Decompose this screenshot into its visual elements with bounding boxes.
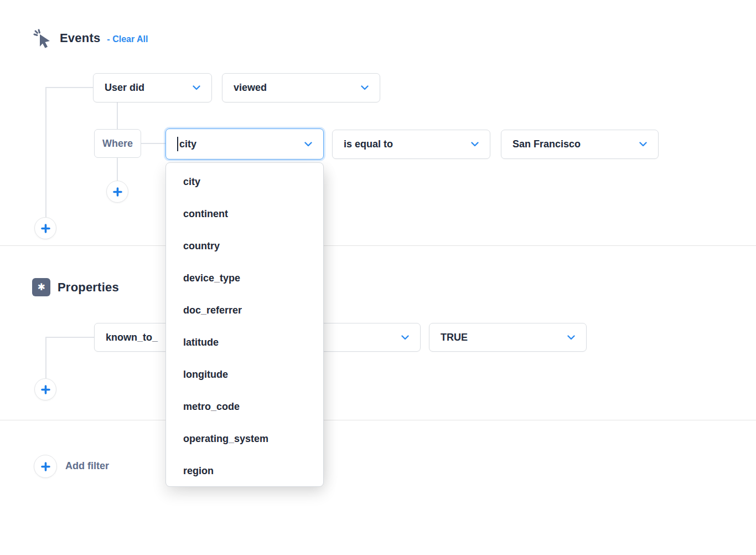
event-name-dropdown[interactable]: viewed [222, 73, 380, 102]
dropdown-option-label: region [183, 465, 214, 477]
dropdown-option-label: country [183, 240, 220, 252]
event-name-label: viewed [234, 82, 267, 94]
section-divider [0, 245, 756, 246]
properties-section-title: Properties [58, 280, 119, 295]
event-property-combobox[interactable]: city [165, 129, 324, 160]
user-did-dropdown[interactable]: User did [93, 73, 212, 102]
connector-line [45, 87, 93, 88]
add-condition-button[interactable] [106, 181, 128, 203]
dropdown-option[interactable]: region [166, 455, 323, 487]
dropdown-option-label: continent [183, 208, 228, 220]
add-filter-button[interactable] [34, 455, 57, 478]
value-dropdown[interactable]: San Francisco [501, 130, 659, 159]
value-label: San Francisco [512, 138, 581, 150]
dropdown-option[interactable]: continent [166, 198, 323, 230]
plus-icon [41, 224, 50, 233]
property-value-label: TRUE [441, 332, 468, 343]
dropdown-option[interactable]: country [166, 230, 323, 262]
chevron-down-icon [471, 142, 479, 147]
connector-line [45, 337, 94, 338]
section-divider [0, 420, 756, 420]
where-label-box: Where [94, 129, 141, 158]
segment-filter-builder: Events - Clear All User did viewed Where… [0, 0, 756, 555]
dropdown-option-label: operating_system [183, 433, 268, 445]
operator-dropdown[interactable]: is equal to [332, 130, 490, 159]
plus-icon [113, 187, 122, 197]
plus-icon [41, 385, 50, 394]
dropdown-option[interactable]: latitude [166, 326, 323, 358]
events-header: Events - Clear All [31, 27, 148, 50]
user-did-label: User did [105, 82, 144, 94]
add-event-button[interactable] [34, 217, 56, 239]
add-filter-label[interactable]: Add filter [65, 460, 109, 472]
property-dropdown-menu: city continent country device_type doc_r… [165, 162, 324, 487]
event-property-value: city [179, 138, 196, 150]
dropdown-option[interactable]: device_type [166, 262, 323, 294]
dropdown-option-label: city [183, 176, 200, 188]
operator-label: is equal to [344, 138, 393, 150]
connector-line [45, 87, 46, 217]
property-value-dropdown[interactable]: TRUE [429, 323, 587, 352]
connector-line [141, 143, 165, 144]
connector-line [117, 102, 118, 129]
text-cursor [177, 137, 178, 151]
property-name-label: known_to_ [106, 332, 158, 343]
dropdown-option-label: metro_code [183, 401, 240, 413]
dropdown-option[interactable]: city [166, 166, 323, 198]
chevron-down-icon [567, 335, 575, 340]
dropdown-option[interactable]: metro_code [166, 390, 323, 423]
add-property-button[interactable] [34, 378, 56, 400]
events-section-title: Events [60, 31, 100, 45]
chevron-down-icon [639, 142, 647, 147]
connector-line [117, 158, 118, 181]
dropdown-option[interactable]: longitude [166, 358, 323, 390]
dropdown-option-label: latitude [183, 337, 219, 348]
properties-header: ✱ Properties [32, 278, 119, 296]
dropdown-option[interactable]: operating_system [166, 423, 323, 455]
chevron-down-icon [304, 142, 312, 147]
dropdown-option[interactable]: doc_referrer [166, 294, 323, 326]
dropdown-option-label: device_type [183, 273, 240, 284]
chevron-down-icon [193, 85, 200, 90]
where-label: Where [102, 138, 133, 150]
clear-all-link[interactable]: - Clear All [107, 34, 148, 44]
connector-line [45, 337, 46, 378]
cursor-click-icon [31, 27, 54, 50]
dropdown-option-label: doc_referrer [183, 305, 242, 316]
plus-icon [41, 462, 50, 471]
dropdown-option-label: longitude [183, 369, 228, 381]
asterisk-icon: ✱ [32, 278, 50, 296]
chevron-down-icon [401, 335, 409, 340]
chevron-down-icon [361, 85, 369, 90]
